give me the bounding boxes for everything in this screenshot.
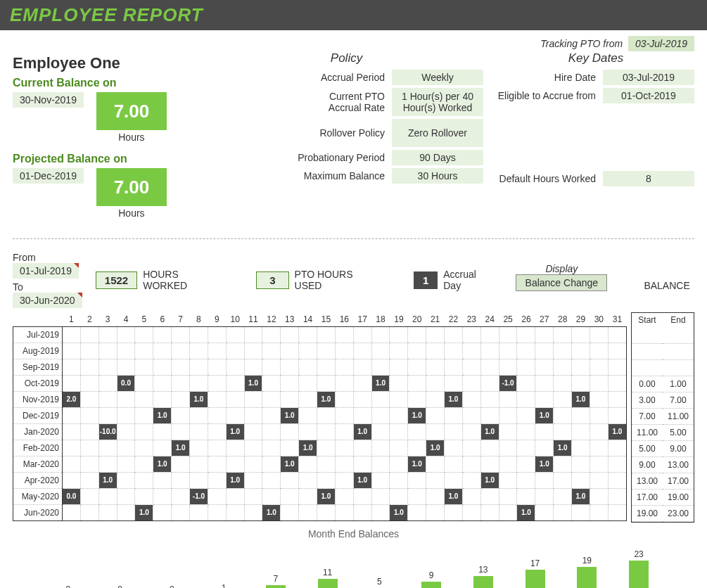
balance-table: Start End 0.00 1.00 3.00 7.00 7.00 11.00… — [632, 313, 694, 522]
day-header: 28 — [554, 312, 572, 326]
calendar-cell — [317, 423, 336, 440]
bar-value: 7 — [274, 574, 279, 584]
calendar-cell — [262, 456, 281, 472]
calendar-cell: 1.0 — [480, 423, 499, 440]
calendar-cell — [262, 343, 281, 359]
day-header: 12 — [262, 312, 281, 326]
calendar-cell — [462, 488, 480, 504]
chart-title: Month End Balances — [42, 528, 665, 539]
month-label: Oct-2019 — [13, 375, 63, 391]
calendar-cell — [63, 343, 81, 359]
calendar-cell — [353, 440, 371, 456]
balance-start: 5.00 — [632, 440, 663, 456]
calendar-cell — [153, 440, 172, 456]
calendar-cell — [371, 391, 390, 407]
calendar-cell — [554, 375, 572, 391]
calendar-cell: 1.0 — [554, 440, 572, 456]
calendar-cell: 1.0 — [226, 423, 244, 440]
current-balance-date[interactable]: 30-Nov-2019 — [13, 92, 84, 108]
calendar-cell — [117, 440, 135, 456]
calendar-cell — [590, 407, 608, 423]
calendar-cell — [554, 456, 572, 472]
calendar-cell — [590, 472, 608, 488]
tracking-date: 03-Jul-2019 — [628, 36, 694, 51]
calendar-cell — [98, 375, 117, 391]
calendar-cell: 1.0 — [299, 440, 317, 456]
calendar-cell — [98, 440, 117, 456]
calendar-cell — [572, 440, 590, 456]
balance-row: 13.00 17.00 — [632, 473, 694, 489]
balance-end: 1.00 — [663, 376, 694, 392]
calendar-cell — [390, 343, 408, 359]
calendar-cell — [135, 456, 153, 472]
calendar-cell — [80, 488, 98, 504]
calendar-cell — [535, 504, 554, 520]
calendar-row: Apr-20201.01.01.01.0 — [13, 472, 627, 488]
calendar-cell — [445, 472, 463, 488]
policy-row: Accrual Period Weekly — [210, 70, 483, 85]
day-header: 22 — [445, 312, 463, 326]
calendar-cell — [153, 326, 172, 343]
policy-row: Rollover Policy Zero Rollover — [210, 119, 483, 147]
calendar-cell: 1.0 — [445, 391, 463, 407]
calendar-cell — [208, 375, 226, 391]
calendar-cell — [208, 326, 226, 343]
calendar-cell — [390, 407, 408, 423]
accrual-day-value: 1 — [414, 271, 438, 289]
keydate-value: 01-Oct-2019 — [603, 88, 694, 103]
calendar-cell — [190, 456, 208, 472]
calendar-cell — [190, 440, 208, 456]
projected-balance-date[interactable]: 01-Dec-2019 — [13, 168, 84, 184]
calendar-cell — [499, 488, 517, 504]
calendar-cell — [80, 391, 98, 407]
calendar-cell — [608, 391, 626, 407]
calendar-cell — [281, 472, 299, 488]
day-header: 30 — [590, 312, 608, 326]
calendar-cell — [371, 472, 390, 488]
bar-value: 5 — [377, 577, 382, 587]
calendar-cell — [299, 375, 317, 391]
calendar-cell — [335, 456, 353, 472]
calendar-cell: 1.0 — [390, 504, 408, 520]
month-label: Jun-2020 — [13, 504, 63, 520]
calendar-cell — [135, 343, 153, 359]
calendar-cell — [281, 359, 299, 375]
calendar-cell — [262, 391, 281, 407]
calendar-cell — [590, 504, 608, 520]
display-toggle[interactable]: Balance Change — [516, 274, 607, 291]
calendar-cell — [208, 423, 226, 440]
calendar-cell — [426, 391, 445, 407]
calendar-cell — [499, 343, 517, 359]
calendar-cell — [480, 343, 499, 359]
month-label: Nov-2019 — [13, 391, 63, 407]
calendar-cell — [80, 472, 98, 488]
balance-start: 17.00 — [632, 489, 663, 505]
day-header: 19 — [390, 312, 408, 326]
calendar-cell — [172, 375, 190, 391]
day-header: 31 — [608, 312, 626, 326]
calendar-cell — [262, 326, 281, 343]
calendar-cell — [353, 326, 371, 343]
calendar-cell — [63, 440, 81, 456]
calendar-cell — [554, 407, 572, 423]
calendar-cell — [390, 391, 408, 407]
calendar-cell — [63, 407, 81, 423]
calendar-cell — [408, 472, 426, 488]
chart-bar: 9 — [405, 570, 457, 589]
calendar-cell — [80, 326, 98, 343]
calendar-cell — [499, 456, 517, 472]
calendar-cell — [608, 407, 626, 423]
calendar-cell — [590, 488, 608, 504]
day-header: 17 — [353, 312, 371, 326]
calendar-cell — [554, 423, 572, 440]
balance-start: 19.00 — [632, 505, 663, 521]
calendar-cell — [63, 456, 81, 472]
to-date[interactable]: 30-Jun-2020 — [13, 293, 82, 308]
bar-value: 9 — [429, 570, 434, 580]
calendar-cell — [535, 472, 554, 488]
calendar-cell — [226, 440, 244, 456]
calendar-cell — [408, 423, 426, 440]
from-date[interactable]: 01-Jul-2019 — [13, 263, 79, 279]
calendar-cell — [517, 472, 535, 488]
day-header: 7 — [172, 312, 190, 326]
